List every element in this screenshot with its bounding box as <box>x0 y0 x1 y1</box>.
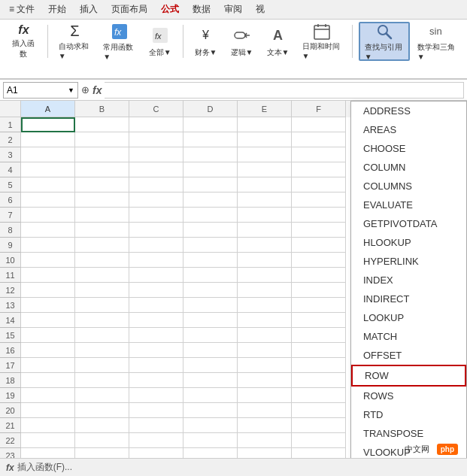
cell-B9[interactable] <box>75 238 129 253</box>
cell-E17[interactable] <box>238 358 292 373</box>
cell-C8[interactable] <box>129 223 183 238</box>
cell-D1[interactable] <box>183 117 238 132</box>
cell-F5[interactable] <box>292 177 346 193</box>
cell-A14[interactable] <box>21 313 75 328</box>
cell-D11[interactable] <box>183 268 238 283</box>
cell-F13[interactable] <box>292 298 346 313</box>
dropdown-item-lookup[interactable]: LOOKUP <box>351 308 466 327</box>
cell-C22[interactable] <box>129 433 183 448</box>
cell-A3[interactable] <box>21 147 75 162</box>
cell-A13[interactable] <box>21 298 75 313</box>
cell-A18[interactable] <box>21 373 75 388</box>
menu-start[interactable]: 开始 <box>42 2 72 17</box>
cell-B16[interactable] <box>75 343 129 358</box>
logic-btn[interactable]: 逻辑▼ <box>226 22 259 61</box>
cell-B10[interactable] <box>75 253 129 268</box>
cell-D13[interactable] <box>183 298 238 313</box>
cell-C12[interactable] <box>129 283 183 298</box>
cell-B22[interactable] <box>75 433 129 448</box>
col-header-F[interactable]: F <box>292 101 346 117</box>
dropdown-item-choose[interactable]: CHOOSE <box>351 139 466 158</box>
cell-D21[interactable] <box>183 418 238 433</box>
autosum-btn[interactable]: Σ 自动求和▼ <box>54 22 96 61</box>
all-func-btn[interactable]: fx 全部▼ <box>144 22 177 61</box>
menu-data[interactable]: 数据 <box>186 2 217 17</box>
cell-F16[interactable] <box>292 343 346 358</box>
cell-E19[interactable] <box>238 388 292 403</box>
cell-D12[interactable] <box>183 283 238 298</box>
col-header-B[interactable]: B <box>75 101 129 117</box>
cell-E13[interactable] <box>238 298 292 313</box>
cell-D15[interactable] <box>183 328 238 343</box>
cell-C16[interactable] <box>129 343 183 358</box>
cell-A21[interactable] <box>21 418 75 433</box>
cell-B21[interactable] <box>75 418 129 433</box>
cell-F14[interactable] <box>292 313 346 328</box>
cell-F12[interactable] <box>292 283 346 298</box>
cell-F17[interactable] <box>292 358 346 373</box>
cell-B4[interactable] <box>75 162 129 177</box>
cell-F10[interactable] <box>292 253 346 268</box>
name-box[interactable]: A1 ▼ <box>3 82 78 99</box>
cell-F15[interactable] <box>292 328 346 343</box>
cell-C20[interactable] <box>129 403 183 418</box>
cell-D20[interactable] <box>183 403 238 418</box>
cell-F9[interactable] <box>292 238 346 253</box>
cell-C15[interactable] <box>129 328 183 343</box>
cell-B14[interactable] <box>75 313 129 328</box>
cell-A12[interactable] <box>21 283 75 298</box>
cell-B20[interactable] <box>75 403 129 418</box>
cell-D6[interactable] <box>183 193 238 208</box>
cell-E2[interactable] <box>238 132 292 147</box>
cell-C11[interactable] <box>129 268 183 283</box>
cell-C18[interactable] <box>129 373 183 388</box>
cell-B11[interactable] <box>75 268 129 283</box>
dropdown-item-match[interactable]: MATCH <box>351 327 466 346</box>
cell-D17[interactable] <box>183 358 238 373</box>
cell-D16[interactable] <box>183 343 238 358</box>
cell-C4[interactable] <box>129 162 183 177</box>
dropdown-item-rows[interactable]: ROWS <box>351 387 466 405</box>
cell-D22[interactable] <box>183 433 238 448</box>
cell-A7[interactable] <box>21 208 75 223</box>
math-btn[interactable]: sin 数学和三角▼ <box>413 22 461 61</box>
col-header-A[interactable]: A <box>21 101 75 117</box>
cell-B8[interactable] <box>75 223 129 238</box>
dropdown-item-index[interactable]: INDEX <box>351 271 466 290</box>
cell-F6[interactable] <box>292 193 346 208</box>
cell-E14[interactable] <box>238 313 292 328</box>
cell-B3[interactable] <box>75 147 129 162</box>
cell-F11[interactable] <box>292 268 346 283</box>
insert-function-btn[interactable]: fx 插入函数 <box>6 22 41 61</box>
cell-D4[interactable] <box>183 162 238 177</box>
cell-D5[interactable] <box>183 177 238 193</box>
common-func-btn[interactable]: fx 常用函数▼ <box>99 22 140 61</box>
cell-B1[interactable] <box>75 117 129 132</box>
cell-E15[interactable] <box>238 328 292 343</box>
cell-A4[interactable] <box>21 162 75 177</box>
cell-E5[interactable] <box>238 177 292 193</box>
cell-D19[interactable] <box>183 388 238 403</box>
dropdown-item-hyperlink[interactable]: HYPERLINK <box>351 252 466 271</box>
name-box-dropdown-icon[interactable]: ▼ <box>68 86 74 94</box>
cell-C3[interactable] <box>129 147 183 162</box>
cell-B13[interactable] <box>75 298 129 313</box>
cell-A16[interactable] <box>21 343 75 358</box>
cell-C2[interactable] <box>129 132 183 147</box>
cell-D9[interactable] <box>183 238 238 253</box>
cell-F1[interactable] <box>292 117 346 132</box>
cell-D3[interactable] <box>183 147 238 162</box>
lookup-btn[interactable]: 查找与引用▼ <box>359 22 410 61</box>
cell-A5[interactable] <box>21 177 75 193</box>
cell-E4[interactable] <box>238 162 292 177</box>
cell-E12[interactable] <box>238 283 292 298</box>
cell-E9[interactable] <box>238 238 292 253</box>
cell-E10[interactable] <box>238 253 292 268</box>
cell-C17[interactable] <box>129 358 183 373</box>
cell-B12[interactable] <box>75 283 129 298</box>
col-header-C[interactable]: C <box>129 101 183 117</box>
cell-C10[interactable] <box>129 253 183 268</box>
cell-F18[interactable] <box>292 373 346 388</box>
cell-C1[interactable] <box>129 117 183 132</box>
dropdown-item-indirect[interactable]: INDIRECT <box>351 290 466 308</box>
